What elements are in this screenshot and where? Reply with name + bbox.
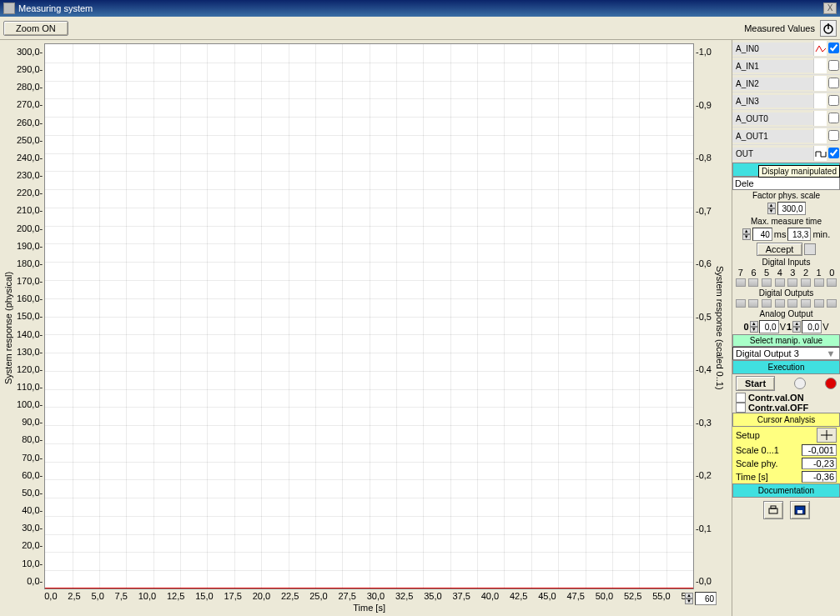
app-icon bbox=[3, 3, 15, 14]
y-left-tick: 20,0- bbox=[17, 540, 43, 550]
signal-label: A_IN1 bbox=[732, 60, 813, 73]
y-left-tick: 90,0- bbox=[17, 417, 43, 427]
factor-down[interactable]: ▼ bbox=[767, 208, 776, 214]
y-right-tick: -0,8 bbox=[696, 153, 712, 163]
signal-checkbox[interactable] bbox=[827, 78, 840, 90]
dout-slot[interactable] bbox=[775, 299, 785, 308]
signal-checkbox[interactable] bbox=[827, 148, 840, 160]
x-tick: 2,5 bbox=[68, 591, 80, 601]
y-left-tick: 190,0- bbox=[17, 241, 43, 251]
ao0-down[interactable]: ▼ bbox=[750, 327, 758, 333]
power-icon[interactable] bbox=[820, 20, 837, 37]
digital-inputs-label: Digital Inputs bbox=[732, 257, 840, 268]
signal-preview-icon bbox=[813, 128, 827, 143]
dout-slot[interactable] bbox=[762, 299, 772, 308]
x-tick: 32,5 bbox=[395, 591, 413, 601]
ao1-down[interactable]: ▼ bbox=[792, 327, 801, 333]
xmax-input[interactable] bbox=[695, 592, 717, 605]
max-time-label: Max. measure time bbox=[732, 216, 840, 227]
signal-label: A_OUT1 bbox=[732, 130, 813, 143]
x-tick: 27,5 bbox=[338, 591, 355, 601]
dout-slot[interactable] bbox=[748, 299, 758, 308]
factor-up[interactable]: ▲ bbox=[767, 203, 776, 208]
measured-values-label: Measured Values bbox=[744, 23, 815, 33]
factor-label: Factor phys. scale bbox=[732, 190, 840, 201]
ao0-unit: V bbox=[780, 322, 786, 332]
delete-label[interactable]: Dele bbox=[735, 178, 754, 188]
x-tick: 37,5 bbox=[452, 591, 470, 601]
factor-input[interactable] bbox=[777, 202, 806, 215]
x-tick: 52,5 bbox=[624, 591, 641, 601]
accept-icon[interactable] bbox=[804, 243, 816, 255]
xmax-down[interactable]: ▼ bbox=[685, 598, 693, 604]
save-button[interactable] bbox=[790, 501, 810, 519]
y-left-tick: 180,0- bbox=[17, 258, 43, 268]
documentation-header: Documentation bbox=[732, 483, 840, 498]
ms-up[interactable]: ▲ bbox=[742, 228, 751, 234]
min-unit: min. bbox=[812, 229, 830, 239]
x-tick: 0,0 bbox=[44, 591, 57, 601]
x-tick: 22,5 bbox=[281, 591, 299, 601]
x-axis-label: Time [s] bbox=[44, 603, 694, 613]
y-left-tick: 140,0- bbox=[17, 329, 43, 339]
y-left-tick: 40,0- bbox=[17, 505, 43, 515]
y-left-tick: 230,0- bbox=[17, 170, 43, 180]
ao0-up[interactable]: ▲ bbox=[750, 321, 758, 327]
y-left-tick: 170,0- bbox=[17, 276, 43, 286]
dout-slot[interactable] bbox=[787, 299, 797, 308]
signal-row-A_IN3: A_IN3 bbox=[732, 93, 840, 110]
zoom-on-button[interactable]: Zoom ON bbox=[3, 21, 68, 36]
accept-button[interactable]: Accept bbox=[757, 243, 803, 256]
signal-checkbox[interactable] bbox=[827, 43, 840, 55]
x-tick: 50,0 bbox=[596, 591, 613, 601]
x-tick: 30,0 bbox=[367, 591, 385, 601]
signal-checkbox[interactable] bbox=[827, 60, 840, 73]
dout-slot[interactable] bbox=[814, 299, 824, 308]
time-value: -0,36 bbox=[802, 471, 837, 483]
contr-off-check[interactable] bbox=[736, 403, 746, 413]
close-button[interactable]: X bbox=[823, 3, 837, 14]
din-slot bbox=[801, 278, 811, 287]
signal-checkbox[interactable] bbox=[827, 130, 840, 143]
signal-row-A_OUT0: A_OUT0 bbox=[732, 110, 840, 128]
contr-on-check[interactable] bbox=[736, 393, 746, 403]
din-bit-label: 7 bbox=[738, 268, 743, 278]
setup-cursor-button[interactable] bbox=[817, 428, 837, 443]
ms-down[interactable]: ▼ bbox=[742, 234, 751, 240]
dout-slot[interactable] bbox=[801, 299, 811, 308]
ms-input[interactable] bbox=[752, 228, 772, 241]
signal-row-A_IN0: A_IN0 bbox=[732, 40, 840, 58]
xmax-up[interactable]: ▲ bbox=[685, 593, 693, 598]
y-right-tick: -0,0 bbox=[696, 576, 712, 586]
min-input[interactable] bbox=[787, 228, 811, 241]
x-tick: 7,5 bbox=[115, 591, 128, 601]
signal-row-A_OUT1: A_OUT1 bbox=[732, 128, 840, 145]
ms-unit: ms bbox=[774, 229, 787, 239]
ao1-up[interactable]: ▲ bbox=[792, 321, 801, 327]
y-right-tick: -0,7 bbox=[696, 206, 712, 216]
y-right-tick: -1,0 bbox=[696, 47, 712, 57]
signal-checkbox[interactable] bbox=[827, 95, 840, 108]
x-tick: 42,5 bbox=[510, 591, 527, 601]
ao1-input[interactable] bbox=[802, 320, 822, 333]
signal-preview-icon bbox=[813, 58, 827, 73]
start-button[interactable]: Start bbox=[736, 376, 775, 391]
x-tick: 15,0 bbox=[195, 591, 213, 601]
y-left-tick: 210,0- bbox=[17, 205, 43, 215]
ao0-input[interactable] bbox=[759, 320, 779, 333]
din-slot bbox=[787, 278, 797, 287]
din-bit-label: 4 bbox=[777, 268, 782, 278]
x-ticks: 0,02,55,07,510,012,515,017,520,022,525,0… bbox=[44, 589, 694, 603]
manip-dropdown[interactable]: Digital Output 3 ▼ bbox=[732, 347, 840, 360]
plot-canvas[interactable] bbox=[44, 43, 694, 589]
dout-slot[interactable] bbox=[827, 299, 837, 308]
signal-label: A_IN2 bbox=[732, 78, 813, 90]
signal-checkbox[interactable] bbox=[827, 113, 840, 125]
led-stop bbox=[825, 378, 837, 389]
dout-slot[interactable] bbox=[736, 299, 746, 308]
y-left-tick: 70,0- bbox=[17, 453, 43, 463]
sidebar: A_IN0A_IN1A_IN2A_IN3A_OUT0A_OUT1OUT Pres… bbox=[732, 40, 840, 616]
y-left-tick: 10,0- bbox=[17, 558, 43, 568]
window-title: Measuring system bbox=[18, 3, 93, 13]
print-button[interactable] bbox=[763, 501, 783, 519]
